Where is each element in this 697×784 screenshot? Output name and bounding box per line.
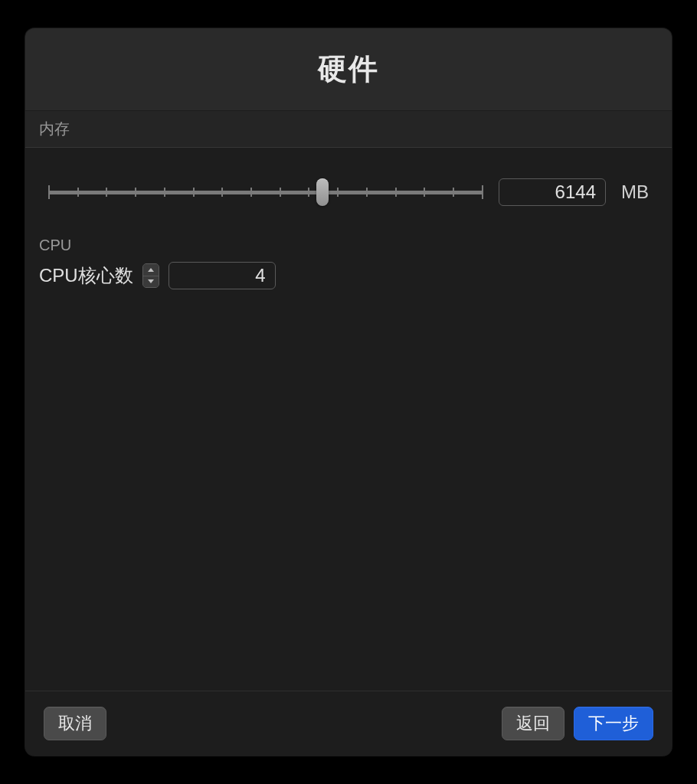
cpu-cores-label: CPU核心数 bbox=[39, 263, 133, 288]
memory-value-input[interactable] bbox=[499, 178, 606, 206]
slider-track bbox=[48, 191, 483, 194]
chevron-down-icon bbox=[148, 279, 154, 283]
back-button[interactable]: 返回 bbox=[502, 707, 564, 740]
memory-unit-label: MB bbox=[621, 181, 649, 203]
stepper-up-button[interactable] bbox=[143, 264, 159, 276]
dialog-footer: 取消 返回 下一步 bbox=[25, 691, 672, 756]
slider-ticks bbox=[48, 185, 483, 199]
cancel-button[interactable]: 取消 bbox=[44, 707, 106, 740]
dialog-content: 内存 bbox=[25, 111, 672, 691]
cpu-section-label: CPU bbox=[25, 237, 672, 262]
cpu-row: CPU核心数 bbox=[25, 262, 672, 305]
hardware-dialog: 硬件 内存 bbox=[25, 28, 672, 756]
cpu-cores-stepper[interactable] bbox=[142, 263, 159, 288]
memory-section-header: 内存 bbox=[25, 111, 672, 148]
memory-section-label: 内存 bbox=[39, 119, 658, 139]
memory-section-body: MB bbox=[25, 148, 672, 237]
footer-right-group: 返回 下一步 bbox=[502, 707, 653, 740]
dialog-title: 硬件 bbox=[25, 50, 672, 89]
stepper-down-button[interactable] bbox=[143, 276, 159, 288]
dialog-header: 硬件 bbox=[25, 28, 672, 111]
next-button[interactable]: 下一步 bbox=[574, 707, 653, 740]
memory-row: MB bbox=[48, 178, 649, 206]
chevron-up-icon bbox=[148, 268, 154, 272]
cpu-cores-input[interactable] bbox=[169, 262, 276, 289]
slider-thumb[interactable] bbox=[316, 178, 329, 206]
memory-slider[interactable] bbox=[48, 181, 483, 204]
